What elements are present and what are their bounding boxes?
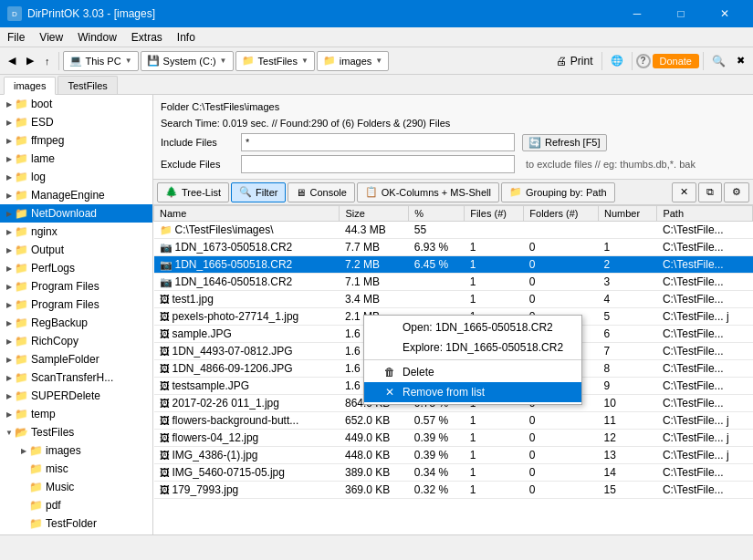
ok-columns-button[interactable]: 📋 OK-Columns + MS-Shell [357,182,499,202]
filter-button[interactable]: 🔍 Filter [231,182,286,202]
sidebar-scroll[interactable]: ▶ 📁 boot ▶ 📁 ESD ▶ 📁 ffmpeg ▶ 📁 lame ▶ [0,95,152,534]
file-table-wrap[interactable]: Name Size % Files (#) Folders (#) Number… [153,205,753,534]
up-button[interactable]: ↑ [40,50,55,72]
expand-icon: ▶ [4,301,15,309]
col-folders[interactable]: Folders (#) [524,206,599,222]
donate-button[interactable]: Donate [653,54,699,68]
file-cell: 652.0 KB [340,412,409,430]
table-row[interactable]: 🖼IMG_5460-0715-05.jpg389.0 KB0.34 %1014C… [154,464,753,482]
tree-item-esd[interactable]: ▶ 📁 ESD [0,113,152,131]
search-button[interactable]: 🔍 [707,50,730,72]
close-view-button[interactable]: ✕ [672,182,696,202]
menu-view[interactable]: View [32,27,70,47]
system-c-btn[interactable]: 💾 System (C:) ▼ [141,51,234,71]
file-cell: 0.34 % [409,464,465,482]
testfiles-btn[interactable]: 📁 TestFiles ▼ [235,51,315,71]
tree-item-testfiles[interactable]: ▼ 📂 TestFiles [0,423,152,441]
tree-item-images[interactable]: ▶ 📁 images [0,441,152,460]
close-button[interactable]: ✕ [704,0,746,27]
file-name-cell: 🖼testsample.JPG [154,378,340,395]
ctx-delete[interactable]: 🗑 Delete [364,362,581,382]
tree-item-videos[interactable]: ▶ 📁 Videos [0,533,152,534]
tree-item-richcopy[interactable]: ▶ 📁 RichCopy [0,332,152,350]
settings-view-icon: ⚙ [732,186,741,198]
col-size[interactable]: Size [340,206,409,222]
maximize-button[interactable]: □ [660,0,702,27]
tree-label: lame [31,152,55,165]
tree-list-icon: 🌲 [165,186,178,198]
col-path[interactable]: Path [657,206,753,222]
tab-images[interactable]: images [4,77,56,95]
menu-window[interactable]: Window [70,27,124,47]
print-button[interactable]: 🖨 Print [551,50,598,72]
table-row[interactable]: 📁C:\TestFiles\images\44.3 MB55C:\TestFil… [154,222,753,239]
settings-view-button[interactable]: ⚙ [724,182,749,202]
table-row[interactable]: 🖼IMG_4386-(1).jpg448.0 KB0.39 %1013C:\Te… [154,447,753,464]
tab-testfiles[interactable]: TestFiles [58,76,117,94]
tree-item-lame[interactable]: ▶ 📁 lame [0,150,152,168]
ctx-open[interactable]: Open: 1DN_1665-050518.CR2 [364,317,581,337]
globe-button[interactable]: 🌐 [606,50,628,72]
tree-item-netdownload[interactable]: ▶ 📁 NetDownload [0,204,152,223]
tree-item-testfolder[interactable]: 📁 TestFolder [0,514,152,533]
tree-item-samplefolder[interactable]: ▶ 📁 SampleFolder [0,350,152,368]
file-cell: 448.0 KB [340,447,409,464]
file-cell: C:\TestFile... [657,274,753,291]
tree-item-log[interactable]: ▶ 📁 log [0,168,152,186]
tree-item-music[interactable]: 📁 Music [0,478,152,496]
this-pc-btn[interactable]: 💻 This PC ▼ [63,51,139,71]
menu-extras[interactable]: Extras [124,27,170,47]
tree-item-output[interactable]: ▶ 📁 Output [0,241,152,259]
tree-item-temp[interactable]: ▶ 📁 temp [0,405,152,423]
table-row[interactable]: 📷1DN_1646-050518.CR27.1 MB103C:\TestFile… [154,274,753,291]
table-row[interactable]: 📷1DN_1665-050518.CR27.2 MB6.45 %102C:\Te… [154,256,753,274]
tree-item-nginx[interactable]: ▶ 📁 nginx [0,223,152,241]
col-files[interactable]: Files (#) [465,206,524,222]
col-pct[interactable]: % [409,206,465,222]
tree-item-programfiles2[interactable]: ▶ 📁 Program Files [0,296,152,314]
tree-item-programfiles1[interactable]: ▶ 📁 Program Files [0,277,152,296]
include-input[interactable] [241,133,515,151]
sep3 [632,52,633,70]
folder-icon: 📁 [29,481,43,493]
menu-info[interactable]: Info [170,27,203,47]
table-row[interactable]: 🖼flowers-background-butt...652.0 KB0.57 … [154,412,753,430]
table-row[interactable]: 🖼179_7993.jpg369.0 KB0.32 %1015C:\TestFi… [154,482,753,499]
file-name-cell: 🖼pexels-photo-27714_1.jpg [154,308,340,326]
file-cell: 6 [599,326,657,343]
col-name[interactable]: Name [154,206,340,222]
back-button[interactable]: ◀ [4,50,20,72]
tree-item-manageengine[interactable]: ▶ 📁 ManageEngine [0,186,152,204]
table-row[interactable]: 🖼flowers-04_12.jpg449.0 KB0.39 %1012C:\T… [154,430,753,447]
table-row[interactable]: 📷1DN_1673-050518.CR27.7 MB6.93 %101C:\Te… [154,239,753,256]
help-button[interactable]: ? [636,54,651,68]
forward-button[interactable]: ▶ [22,50,38,72]
tree-item-scantransfer[interactable]: ▶ 📁 ScanTransferH... [0,368,152,387]
tree-list-button[interactable]: 🌲 Tree-List [157,182,229,202]
tree-item-ffmpeg[interactable]: ▶ 📁 ffmpeg [0,131,152,150]
folder-icon: 📁 [15,171,28,183]
table-row[interactable]: 🖼test1.jpg3.4 MB104C:\TestFile... [154,291,753,308]
exclude-input[interactable] [241,155,515,173]
console-button[interactable]: 🖥 Console [288,182,354,202]
delete-toolbar-button[interactable]: ✖ [732,50,749,72]
tree-item-perflogs[interactable]: ▶ 📁 PerfLogs [0,259,152,277]
col-number[interactable]: Number [599,206,657,222]
menu-file[interactable]: File [0,27,32,47]
tree-item-superdelete[interactable]: ▶ 📁 SUPERDelete [0,387,152,405]
file-cell: 0 [524,464,599,482]
images-btn[interactable]: 📁 images ▼ [317,51,389,71]
grouping-button[interactable]: 📁 Grouping by: Path [501,182,615,202]
file-name-cell: 🖼flowers-background-butt... [154,412,340,430]
tree-item-misc[interactable]: 📁 misc [0,460,152,478]
tree-item-pdf[interactable]: 📁 pdf [0,496,152,514]
minimize-button[interactable]: ─ [616,0,658,27]
copy-button[interactable]: ⧉ [698,182,722,202]
images-dropdown-icon: ▼ [375,57,382,65]
ctx-explore[interactable]: Explore: 1DN_1665-050518.CR2 [364,337,581,358]
file-cell: 389.0 KB [340,464,409,482]
tree-item-regbackup[interactable]: ▶ 📁 RegBackup [0,314,152,332]
tree-item-boot[interactable]: ▶ 📁 boot [0,95,152,113]
refresh-button[interactable]: 🔄 Refresh [F5] [522,134,607,151]
ctx-remove[interactable]: ✕ Remove from list [364,382,581,402]
